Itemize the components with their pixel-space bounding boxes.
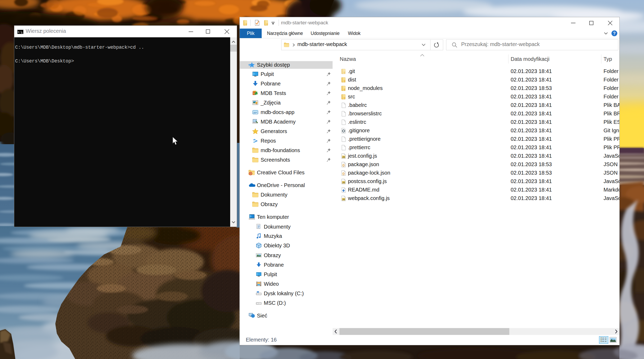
svg-text:{}: {} — [342, 163, 345, 167]
svg-text:{}: {} — [342, 172, 345, 175]
svg-text:JS: JS — [342, 198, 345, 201]
svg-text:JS: JS — [342, 181, 345, 184]
svg-text:JS: JS — [342, 156, 345, 158]
svg-text:?: ? — [613, 31, 616, 36]
